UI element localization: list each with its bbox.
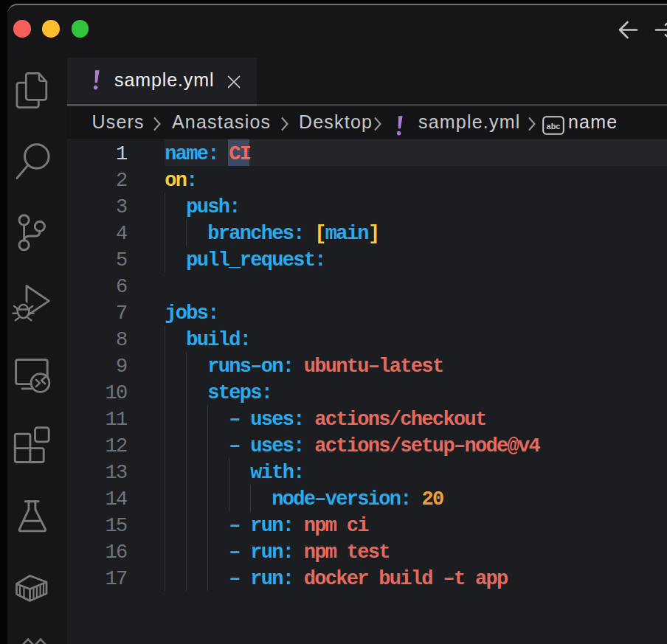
- svg-text:abc: abc: [546, 122, 560, 131]
